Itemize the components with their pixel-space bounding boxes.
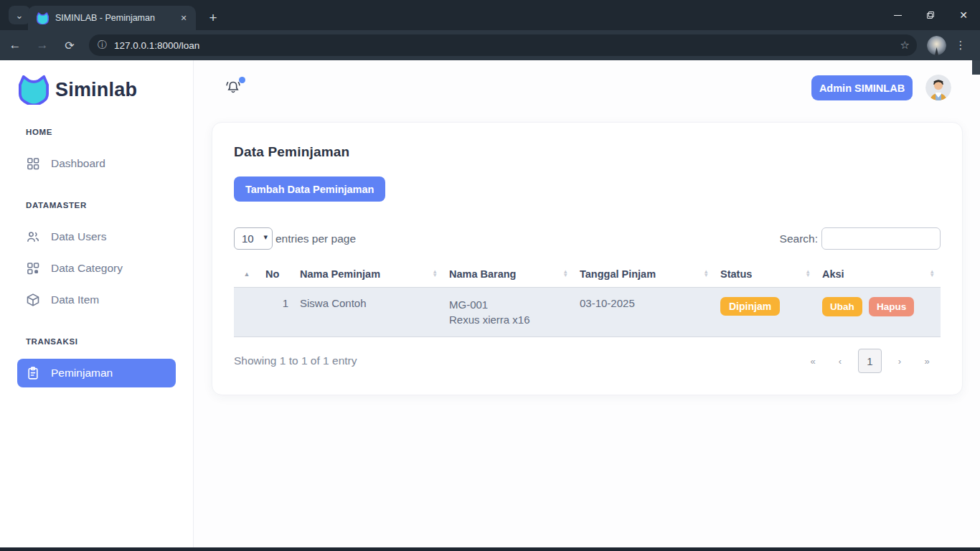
sidebar-item-label: Peminjaman [51, 367, 113, 380]
sidebar: Siminlab HOME Dashboard DATAMASTER [0, 60, 194, 547]
notification-dot [239, 77, 245, 83]
add-peminjaman-button[interactable]: Tambah Data Peminjaman [234, 176, 385, 202]
new-tab-button[interactable]: + [203, 8, 223, 28]
taskbar-edge [0, 547, 980, 551]
sidebar-item-peminjaman[interactable]: Peminjaman [17, 359, 176, 387]
main-content: Admin SIMINLAB Data Peminjaman Tambah Da… [194, 60, 980, 547]
pagination-prev-button[interactable]: ‹ [826, 349, 854, 373]
entries-per-page-label: entries per page [275, 232, 356, 245]
address-bar[interactable]: ⓘ 127.0.0.1:8000/loan ☆ [89, 34, 917, 56]
users-icon [26, 230, 40, 244]
table-footer: Showing 1 to 1 of 1 entry « ‹ 1 › » [234, 349, 941, 373]
sort-icons: ▲▼ [563, 270, 568, 277]
column-header-aksi[interactable]: Aksi ▲▼ [816, 262, 941, 288]
table-row: 1 Siswa Contoh MG-001 Rexus xierra x16 0… [234, 288, 941, 337]
pagination-next-button[interactable]: › [886, 349, 913, 373]
status-badge: Dipinjam [720, 297, 780, 316]
sidebar-item-data-category[interactable]: Data Category [17, 254, 176, 283]
section-label-home: HOME [26, 128, 193, 136]
section-label-datamaster: DATAMASTER [26, 201, 193, 209]
table-controls: 10 ▾ entries per page Search: [234, 227, 941, 250]
sort-icons: ▲▼ [704, 270, 709, 277]
browser-titlebar: ⌄ SIMINLAB - Peminjaman ✕ + ✕ [0, 0, 980, 30]
cell-no: 1 [260, 288, 294, 337]
sidebar-item-label: Data Item [51, 293, 99, 306]
brand-name: Siminlab [55, 79, 137, 101]
search-area: Search: [780, 227, 941, 250]
cell-status: Dipinjam [715, 288, 816, 337]
site-info-icon[interactable]: ⓘ [98, 39, 107, 52]
sort-icons: ▲▼ [433, 270, 438, 277]
tab-search-button[interactable]: ⌄ [9, 6, 30, 24]
pagination-page-1[interactable]: 1 [858, 349, 882, 373]
sort-asc-icon: ▲ [240, 270, 254, 278]
peminjaman-table: ▲ No Nama Peminjam ▲▼ Nama Barang ▲▼ [234, 262, 941, 337]
column-header-nama-barang[interactable]: Nama Barang ▲▼ [443, 262, 574, 288]
user-avatar[interactable] [925, 75, 951, 100]
tab-close-icon[interactable]: ✕ [177, 11, 190, 24]
cube-icon [26, 293, 40, 307]
sort-icons: ▲▼ [930, 270, 935, 277]
cell-aksi: Ubah Hapus [816, 288, 941, 337]
app-viewport: Siminlab HOME Dashboard DATAMASTER [0, 60, 980, 547]
back-button[interactable]: ← [3, 33, 27, 57]
category-grid-icon [26, 261, 40, 276]
pagination-first-button[interactable]: « [799, 349, 826, 373]
sort-icons: ▲▼ [806, 270, 811, 277]
window-controls: ✕ [881, 0, 980, 30]
page-scrollbar-thumb[interactable] [972, 60, 980, 75]
brand[interactable]: Siminlab [0, 60, 193, 105]
sidebar-item-label: Data Category [51, 262, 123, 275]
cell-nama-barang: MG-001 Rexus xierra x16 [443, 288, 574, 337]
browser-profile-avatar[interactable] [927, 36, 946, 55]
browser-menu-icon[interactable]: ⋮ [952, 36, 969, 55]
edit-button[interactable]: Ubah [822, 297, 862, 316]
sidebar-item-label: Data Users [51, 230, 107, 243]
page-title: Data Peminjaman [234, 144, 941, 160]
window-restore-button[interactable] [914, 0, 947, 30]
cell-nama-peminjam: Siswa Contoh [294, 288, 443, 337]
barang-kode: MG-001 [449, 297, 568, 312]
dashboard-grid-icon [26, 156, 40, 171]
sidebar-item-data-item[interactable]: Data Item [17, 286, 176, 314]
column-header-no[interactable]: No [260, 262, 294, 288]
notification-bell-button[interactable] [225, 79, 243, 98]
admin-profile-button[interactable]: Admin SIMINLAB [811, 75, 913, 100]
column-header-sort[interactable]: ▲ [234, 262, 260, 288]
search-label: Search: [780, 232, 818, 245]
cell-tanggal-pinjam: 03-10-2025 [574, 288, 715, 337]
window-close-button[interactable]: ✕ [947, 0, 980, 30]
sidebar-item-data-users[interactable]: Data Users [17, 222, 176, 251]
browser-tab[interactable]: SIMINLAB - Peminjaman ✕ [28, 6, 196, 30]
browser-toolbar: ← → ⟳ ⓘ 127.0.0.1:8000/loan ☆ ⋮ [0, 30, 980, 60]
section-label-transaksi: TRANSAKSI [26, 337, 193, 346]
data-peminjaman-card: Data Peminjaman Tambah Data Peminjaman 1… [212, 122, 963, 395]
url-text[interactable]: 127.0.0.1:8000/loan [114, 40, 900, 51]
close-icon: ✕ [959, 9, 968, 21]
entries-per-page-select[interactable]: 10 [234, 227, 273, 250]
bookmark-star-icon[interactable]: ☆ [900, 39, 910, 52]
siminlab-logo-icon [19, 75, 49, 105]
sidebar-item-dashboard[interactable]: Dashboard [17, 149, 176, 178]
restore-icon [927, 11, 934, 19]
showing-entries-text: Showing 1 to 1 of 1 entry [234, 354, 357, 367]
column-header-status[interactable]: Status ▲▼ [715, 262, 816, 288]
forward-button[interactable]: → [30, 33, 55, 57]
sidebar-item-label: Dashboard [51, 157, 105, 170]
pagination: « ‹ 1 › » [799, 349, 941, 373]
siminlab-favicon-icon [37, 12, 49, 24]
reload-button[interactable]: ⟳ [57, 33, 82, 57]
table-header-row: ▲ No Nama Peminjam ▲▼ Nama Barang ▲▼ [234, 262, 941, 288]
window-minimize-button[interactable] [881, 0, 914, 30]
column-header-tanggal-pinjam[interactable]: Tanggal Pinjam ▲▼ [574, 262, 715, 288]
column-header-nama-peminjam[interactable]: Nama Peminjam ▲▼ [294, 262, 443, 288]
clipboard-icon [26, 366, 40, 380]
delete-button[interactable]: Hapus [869, 297, 914, 316]
barang-nama: Rexus xierra x16 [449, 312, 568, 327]
search-input[interactable] [821, 227, 941, 250]
minimize-icon [894, 15, 902, 16]
entries-select-wrap: 10 ▾ [234, 227, 273, 250]
pagination-last-button[interactable]: » [913, 349, 941, 373]
cell-sort-spacer [234, 288, 260, 337]
tab-title: SIMINLAB - Peminjaman [55, 13, 177, 23]
